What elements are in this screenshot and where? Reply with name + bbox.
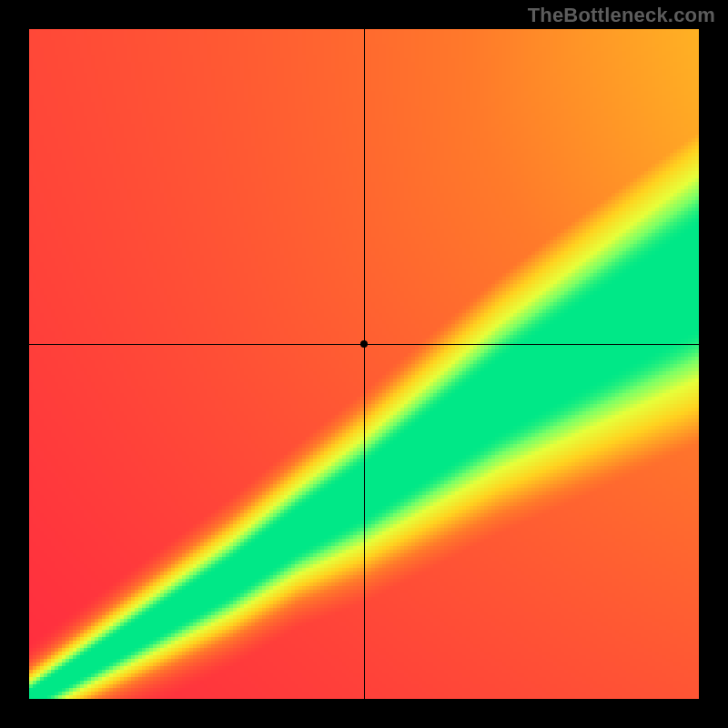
marker-point	[360, 340, 368, 348]
chart-container: TheBottleneck.com	[0, 0, 728, 728]
crosshair-vertical	[364, 29, 365, 699]
plot-area	[29, 29, 699, 699]
watermark-label: TheBottleneck.com	[528, 4, 715, 27]
